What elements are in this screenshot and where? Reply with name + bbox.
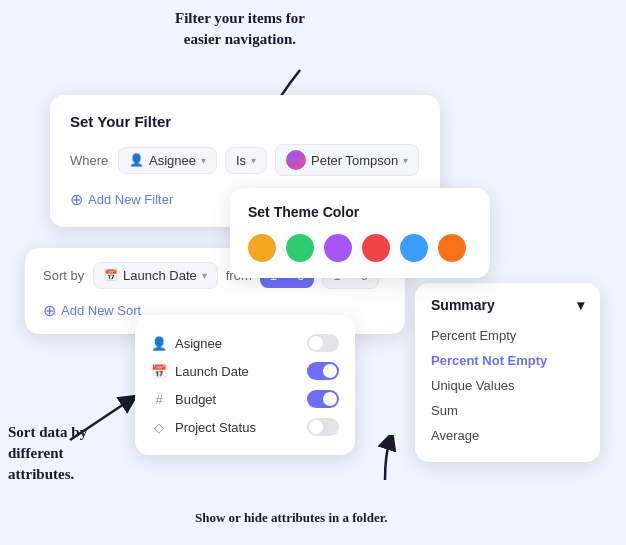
color-options: [248, 234, 472, 262]
attr-label-budget: Budget: [175, 392, 216, 407]
summary-card: Summary ▾ Percent Empty Percent Not Empt…: [415, 283, 600, 462]
list-item: 📅 Launch Date: [151, 357, 339, 385]
launch-date-toggle[interactable]: [307, 362, 339, 380]
top-annotation: Filter your items for easier navigation.: [175, 8, 305, 50]
summary-header[interactable]: Summary ▾: [431, 297, 584, 313]
color-orange[interactable]: [438, 234, 466, 262]
add-filter-icon: ⊕: [70, 190, 83, 209]
list-item: ◇ Project Status: [151, 413, 339, 441]
budget-toggle[interactable]: [307, 390, 339, 408]
summary-item-sum[interactable]: Sum: [431, 398, 584, 423]
sort-field-value: Launch Date: [123, 268, 197, 283]
list-item: # Budget: [151, 385, 339, 413]
attr-label-project-status: Project Status: [175, 420, 256, 435]
list-item: 👤 Asignee: [151, 329, 339, 357]
bottom-left-annotation: Sort data by different attributes.: [8, 422, 87, 485]
hash-icon: #: [151, 392, 167, 407]
operator-dropdown[interactable]: Is ▾: [225, 147, 267, 174]
annotation-arrow-bottom-right: [360, 435, 410, 485]
tag-icon: ◇: [151, 420, 167, 435]
attr-label-launch-date: Launch Date: [175, 364, 249, 379]
color-yellow[interactable]: [248, 234, 276, 262]
user-icon: 👤: [151, 336, 167, 351]
sort-by-label: Sort by: [43, 268, 85, 283]
summary-item-unique-values[interactable]: Unique Values: [431, 373, 584, 398]
color-purple[interactable]: [324, 234, 352, 262]
summary-item-average[interactable]: Average: [431, 423, 584, 448]
attributes-card: 👤 Asignee 📅 Launch Date # Budget ◇ Proje…: [135, 315, 355, 455]
filter-value: Peter Tompson: [311, 153, 398, 168]
summary-item-percent-not-empty[interactable]: Percent Not Empty: [431, 348, 584, 373]
color-blue[interactable]: [400, 234, 428, 262]
color-red[interactable]: [362, 234, 390, 262]
calendar-icon: 📅: [151, 364, 167, 379]
value-chevron-icon: ▾: [403, 155, 408, 166]
field-chevron-icon: ▾: [201, 155, 206, 166]
field-dropdown[interactable]: 👤 Asignee ▾: [118, 147, 217, 174]
where-label: Where: [70, 153, 110, 168]
sort-field-dropdown[interactable]: 📅 Launch Date ▾: [93, 262, 218, 289]
add-sort-icon: ⊕: [43, 301, 56, 320]
attr-label-asignee: Asignee: [175, 336, 222, 351]
sort-field-chevron-icon: ▾: [202, 270, 207, 281]
filter-title: Set Your Filter: [70, 113, 420, 130]
summary-chevron-icon: ▾: [577, 297, 584, 313]
asignee-toggle[interactable]: [307, 334, 339, 352]
theme-card: Set Theme Color: [230, 188, 490, 278]
value-dropdown[interactable]: Peter Tompson ▾: [275, 144, 419, 176]
summary-title: Summary: [431, 297, 495, 313]
project-status-toggle[interactable]: [307, 418, 339, 436]
theme-title: Set Theme Color: [248, 204, 472, 220]
operator-chevron-icon: ▾: [251, 155, 256, 166]
avatar: [286, 150, 306, 170]
summary-item-percent-empty[interactable]: Percent Empty: [431, 323, 584, 348]
color-green[interactable]: [286, 234, 314, 262]
field-value: Asignee: [149, 153, 196, 168]
bottom-right-annotation: Show or hide attributes in a folder.: [195, 509, 388, 527]
operator-value: Is: [236, 153, 246, 168]
